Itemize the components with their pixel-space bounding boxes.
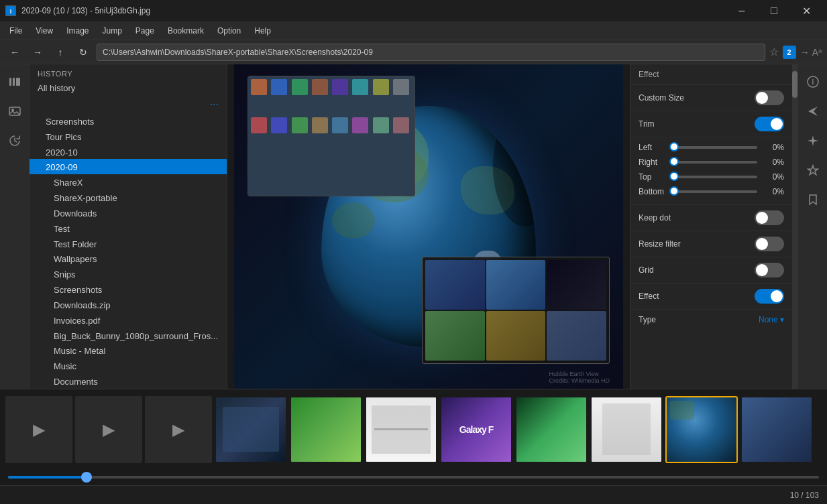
close-button[interactable]: ✕ bbox=[791, 0, 822, 21]
play-button-2[interactable]: ▶ bbox=[75, 396, 142, 463]
history-icon[interactable] bbox=[3, 129, 27, 153]
tree-item-2020-09[interactable]: 2020-09 bbox=[30, 159, 227, 174]
tab-count-badge[interactable]: 2 bbox=[783, 46, 796, 59]
menu-file[interactable]: File bbox=[3, 23, 29, 38]
more-button[interactable]: ··· bbox=[30, 99, 227, 113]
back-button[interactable]: ← bbox=[5, 43, 24, 62]
window-controls: – □ ✕ bbox=[726, 0, 822, 21]
tree-item-wallpapers[interactable]: Wallpapers bbox=[30, 251, 227, 266]
type-row: Type None ▾ bbox=[630, 310, 792, 330]
filmstrip: ▶ ▶ ▶ bbox=[0, 389, 827, 469]
tree-item-test[interactable]: Test bbox=[30, 220, 227, 236]
left-slider-row: Left 0% bbox=[639, 140, 784, 155]
top-slider-row: Top 0% bbox=[639, 170, 784, 184]
tree-item-snips[interactable]: Snips bbox=[30, 266, 227, 281]
info-icon[interactable]: i bbox=[801, 70, 825, 94]
arrow-right-icon[interactable]: → bbox=[800, 47, 810, 58]
effect-row: Effect bbox=[630, 284, 792, 310]
thumbnail-panel-overlay bbox=[422, 257, 610, 364]
progress-knob[interactable] bbox=[81, 472, 92, 483]
play-button-3[interactable]: ▶ bbox=[145, 396, 212, 463]
film-thumb-5[interactable] bbox=[515, 396, 588, 463]
film-thumb-2[interactable] bbox=[290, 396, 362, 463]
image-icon[interactable] bbox=[3, 99, 27, 123]
app-icon: I bbox=[5, 5, 16, 16]
bottom-slider-track[interactable] bbox=[674, 190, 757, 193]
tree-item-test-folder[interactable]: Test Folder bbox=[30, 236, 227, 251]
tree-item-big-buck-bunny[interactable]: Big_Buck_Bunny_1080p_surround_Fros... bbox=[30, 328, 227, 343]
right-slider-track[interactable] bbox=[674, 161, 757, 164]
progress-bar[interactable] bbox=[8, 476, 819, 479]
film-thumb-8[interactable] bbox=[740, 396, 813, 463]
type-value[interactable]: None ▾ bbox=[759, 315, 784, 324]
toggle-knob bbox=[756, 264, 768, 276]
favorite-icon[interactable]: ☆ bbox=[769, 46, 779, 58]
menu-jump[interactable]: Jump bbox=[96, 23, 129, 38]
film-thumb-3[interactable] bbox=[365, 396, 437, 463]
play-buttons: ▶ ▶ ▶ bbox=[5, 396, 212, 463]
menu-image[interactable]: Image bbox=[60, 23, 95, 38]
keep-dot-toggle[interactable] bbox=[755, 210, 784, 225]
font-size-icon[interactable]: Aᵃ bbox=[812, 47, 822, 58]
keep-dot-label: Keep dot bbox=[639, 213, 671, 223]
title-bar: I 2020-09 (10 / 103) - 5niUj3dbGh.jpg – … bbox=[0, 0, 827, 21]
minimize-button[interactable]: – bbox=[726, 0, 757, 21]
tree-item-downloads-zip[interactable]: Downloads.zip bbox=[30, 297, 227, 312]
left-slider-track[interactable] bbox=[674, 146, 757, 149]
effects-panel-header: Effect bbox=[630, 64, 792, 85]
top-label: Top bbox=[639, 172, 669, 182]
menu-bookmark[interactable]: Bookmark bbox=[161, 23, 211, 38]
film-thumb-4[interactable]: Galaxy F bbox=[440, 396, 512, 463]
image-viewport[interactable]: Hubble Earth View Credits: Wikimedia HD bbox=[227, 64, 630, 389]
tree-item-screenshots[interactable]: Screenshots bbox=[30, 113, 227, 129]
library-icon[interactable] bbox=[3, 70, 27, 94]
up-button[interactable]: ↑ bbox=[51, 43, 70, 62]
menu-option[interactable]: Option bbox=[211, 23, 247, 38]
tree-item-sharex[interactable]: ShareX bbox=[30, 174, 227, 190]
film-thumb-7[interactable] bbox=[665, 396, 738, 463]
refresh-button[interactable]: ↻ bbox=[74, 43, 93, 62]
play-button-1[interactable]: ▶ bbox=[5, 396, 72, 463]
tree-item-2020-10[interactable]: 2020-10 bbox=[30, 144, 227, 160]
status-bar: 10 / 103 bbox=[0, 485, 827, 504]
scroll-thumb[interactable] bbox=[792, 71, 797, 98]
film-thumb-1[interactable] bbox=[215, 396, 287, 463]
bottom-value: 0% bbox=[763, 187, 784, 196]
tree-item-screenshots2[interactable]: Screenshots bbox=[30, 281, 227, 297]
svg-rect-2 bbox=[9, 78, 11, 86]
effect-toggle[interactable] bbox=[755, 289, 784, 304]
star-icon[interactable] bbox=[801, 158, 825, 182]
send-icon[interactable] bbox=[801, 99, 825, 123]
tree-item-music-metal[interactable]: Music - Metal bbox=[30, 342, 227, 358]
main-content: History All history ··· Screenshots Tour… bbox=[0, 64, 827, 389]
resize-filter-toggle[interactable] bbox=[755, 237, 784, 251]
tree-item-invoices-pdf[interactable]: Invoices.pdf bbox=[30, 312, 227, 328]
panel-scrollbar[interactable] bbox=[792, 64, 797, 389]
trim-toggle[interactable] bbox=[755, 117, 784, 131]
address-bar: ← → ↑ ↻ ☆ 2 → Aᵃ bbox=[0, 40, 827, 64]
tree-item-tour-pics[interactable]: Tour Pics bbox=[30, 129, 227, 144]
watermark: Hubble Earth View Credits: Wikimedia HD bbox=[549, 371, 610, 384]
sparkle-icon[interactable] bbox=[801, 129, 825, 153]
tree-item-documents[interactable]: Documents bbox=[30, 373, 227, 389]
custom-size-toggle[interactable] bbox=[755, 90, 784, 105]
menu-help[interactable]: Help bbox=[247, 23, 278, 38]
top-slider-track[interactable] bbox=[674, 176, 757, 178]
menu-page[interactable]: Page bbox=[129, 23, 161, 38]
maximize-button[interactable]: □ bbox=[759, 0, 789, 21]
menu-view[interactable]: View bbox=[29, 23, 60, 38]
right-label: Right bbox=[639, 158, 669, 167]
address-input[interactable] bbox=[97, 44, 765, 61]
custom-size-label: Custom Size bbox=[639, 93, 684, 103]
svg-rect-4 bbox=[16, 78, 20, 86]
svg-rect-3 bbox=[13, 78, 15, 86]
grid-toggle[interactable] bbox=[755, 263, 784, 277]
tree-item-downloads[interactable]: Downloads bbox=[30, 205, 227, 220]
all-history-label[interactable]: All history bbox=[30, 80, 227, 99]
film-thumb-6[interactable] bbox=[590, 396, 663, 463]
forward-button[interactable]: → bbox=[28, 43, 47, 62]
bookmark-icon[interactable] bbox=[801, 188, 825, 212]
bottom-label: Bottom bbox=[639, 187, 669, 196]
tree-item-music[interactable]: Music bbox=[30, 358, 227, 373]
tree-item-sharex-portable[interactable]: ShareX-portable bbox=[30, 190, 227, 205]
